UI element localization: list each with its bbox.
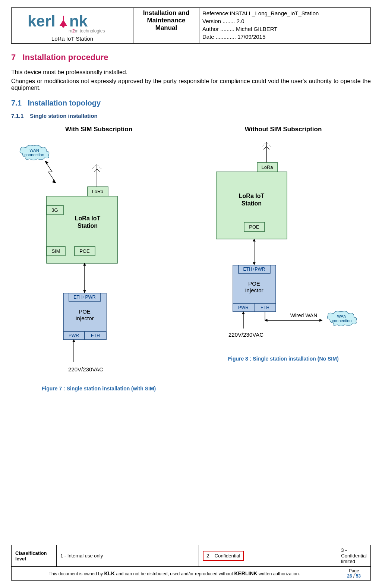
- svg-text:ETH+PWR: ETH+PWR: [73, 295, 95, 300]
- auth-row: Author ......... Michel GILBERT: [202, 25, 367, 33]
- classification-3: 3 - Confidential limited: [337, 545, 371, 567]
- ver-row: Version ........ 2.0: [202, 17, 367, 25]
- classification-table: Classification level 1 - Internal use on…: [11, 545, 371, 581]
- diagram-left-col: With SIM Subscription WAN connection: [11, 126, 186, 392]
- svg-text:WAN: WAN: [29, 148, 39, 152]
- svg-text:LoRa: LoRa: [261, 164, 273, 170]
- header-table: kerl nk m2m technologies LoRa IoT Statio…: [11, 7, 371, 44]
- classification-label: Classification level: [12, 545, 57, 567]
- svg-text:ETH+PWR: ETH+PWR: [243, 267, 265, 272]
- ref-cell: Reference:INSTALL_Long_Range_IoT_Station…: [199, 8, 371, 44]
- classification-2: 2 – Confidential: [199, 545, 337, 567]
- date-row: Date ............. 17/09/2015: [202, 33, 367, 41]
- svg-text:POE: POE: [79, 248, 90, 254]
- figure-7-caption: Figure 7 : Single station installation (…: [11, 386, 186, 392]
- svg-text:Station: Station: [78, 223, 98, 229]
- doc-title-cell: Installation and Maintenance Manual: [133, 8, 199, 44]
- svg-text:Injector: Injector: [245, 287, 263, 293]
- paragraph-1: This device must be professionally insta…: [11, 69, 371, 76]
- svg-marker-1: [60, 20, 67, 26]
- svg-text:LoRa IoT: LoRa IoT: [239, 193, 265, 199]
- doc-title-line1: Installation and: [136, 9, 196, 17]
- ref-row: Reference:INSTALL_Long_Range_IoT_Station: [202, 9, 367, 17]
- figure-8-caption: Figure 8 : Single station installation (…: [196, 356, 371, 362]
- doc-title-line3: Manual: [136, 24, 196, 32]
- confidential-highlight: 2 – Confidential: [203, 551, 244, 561]
- svg-text:PWR: PWR: [238, 305, 249, 310]
- page-number-cell: Page 26 / 53: [337, 567, 371, 581]
- svg-text:220V/230VAC: 220V/230VAC: [228, 331, 263, 338]
- paragraph-2: Changes or modifications not expressly a…: [11, 78, 371, 91]
- svg-text:3G: 3G: [51, 207, 58, 213]
- svg-text:kerl: kerl: [28, 12, 56, 30]
- svg-text:Injector: Injector: [75, 315, 94, 321]
- diagram-no-sim-icon: LoRa LoRa IoT Station POE ETH+PWR POE In…: [196, 142, 367, 351]
- svg-text:Wired WAN: Wired WAN: [290, 312, 318, 318]
- logo-subtitle: LoRa IoT Station: [15, 35, 130, 42]
- svg-text:220V/230VAC: 220V/230VAC: [68, 366, 103, 372]
- svg-text:ETH: ETH: [91, 333, 100, 338]
- diagram-right-col: Without SIM Subscription LoRa: [196, 126, 371, 362]
- kerlink-logo-icon: kerl nk m2m technologies: [24, 12, 121, 34]
- left-diagram-title: With SIM Subscription: [11, 126, 186, 133]
- svg-text:WAN: WAN: [337, 314, 346, 318]
- diagram-with-sim-icon: WAN connection LoRa 3G LoRa IoT: [11, 142, 138, 381]
- svg-text:POE: POE: [249, 224, 259, 230]
- svg-text:POE: POE: [248, 280, 260, 287]
- svg-text:nk: nk: [69, 12, 88, 30]
- authorization-text: This document is owned by KLK and can no…: [12, 567, 337, 581]
- svg-point-3: [62, 25, 64, 28]
- svg-text:PWR: PWR: [69, 333, 79, 338]
- logo-cell: kerl nk m2m technologies LoRa IoT Statio…: [12, 8, 133, 44]
- svg-text:connection: connection: [332, 318, 351, 323]
- heading-2: 7.1 Installation topology: [11, 99, 371, 107]
- doc-title-line2: Maintenance: [136, 17, 196, 24]
- diagram-divider: [191, 126, 191, 392]
- heading-3: 7.1.1 Single station installation: [11, 113, 371, 119]
- svg-text:LoRa IoT: LoRa IoT: [75, 215, 101, 221]
- heading-1: 7 Installation procedure: [11, 53, 371, 62]
- svg-text:POE: POE: [79, 308, 91, 315]
- svg-text:Station: Station: [241, 200, 262, 207]
- svg-text:ETH: ETH: [261, 305, 269, 310]
- svg-text:connection: connection: [24, 152, 44, 157]
- classification-1: 1 - Internal use only: [57, 545, 199, 567]
- footer: Classification level 1 - Internal use on…: [11, 545, 371, 581]
- svg-text:m2m technologies: m2m technologies: [69, 28, 105, 34]
- svg-text:SIM: SIM: [51, 248, 60, 254]
- right-diagram-title: Without SIM Subscription: [196, 126, 371, 133]
- svg-text:LoRa: LoRa: [92, 189, 104, 194]
